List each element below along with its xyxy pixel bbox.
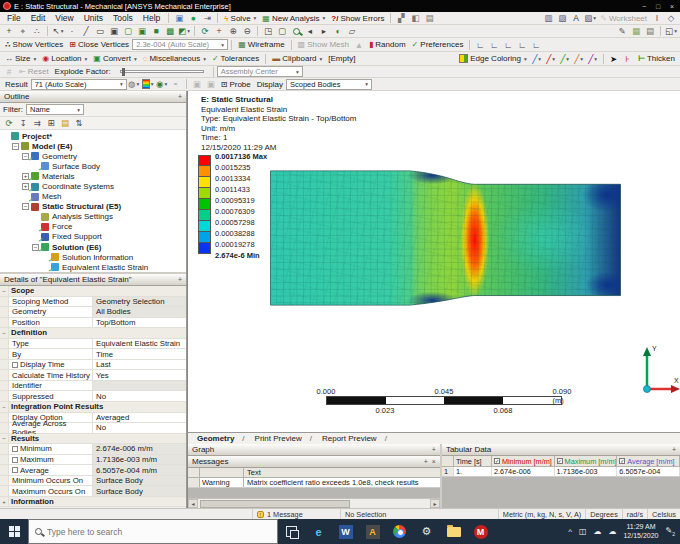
edges-display-icon[interactable]: ◉▾ <box>155 78 168 90</box>
tolerances-button[interactable]: ✓Tolerances <box>209 54 262 63</box>
magnifier-icon[interactable] <box>290 25 303 37</box>
details-value[interactable]: Surface Body <box>93 476 186 486</box>
edge-coloring-button[interactable]: Edge Coloring▾ <box>456 54 529 63</box>
show-errors-button[interactable]: ?/Show Errors <box>328 14 387 23</box>
random-colors-button[interactable]: ▮Random <box>366 40 409 49</box>
max-annotation-icon[interactable]: ▣ <box>190 78 203 90</box>
convert-button[interactable]: ▣Convert▾ <box>90 54 139 63</box>
details-value[interactable]: Time <box>93 349 186 359</box>
tree-item-analysis-settings[interactable]: Analysis Settings <box>0 212 186 222</box>
details-value[interactable]: Averaged <box>93 413 186 423</box>
viewport-layout-icon[interactable]: ◱▾ <box>665 25 678 37</box>
tree-item-force[interactable]: ✓Force <box>0 222 186 232</box>
explode-factor-slider[interactable] <box>120 70 204 73</box>
tablet-icon[interactable]: ◫ <box>579 527 587 536</box>
geometry-display-icon[interactable]: ◍▾ <box>127 78 140 90</box>
tree-item-fixed-support[interactable]: ✓Fixed Support <box>0 232 186 242</box>
m-app-icon[interactable]: M <box>467 519 494 544</box>
mesh-quality-icon[interactable]: ▲ <box>352 39 365 51</box>
pin-icon[interactable]: + <box>672 446 676 453</box>
tab-report-preview[interactable]: Report Preview <box>317 434 392 443</box>
pin-icon[interactable]: + <box>178 93 182 100</box>
details-value[interactable]: 1.7136e-003 m/m <box>93 455 186 465</box>
ansys-icon[interactable]: A <box>359 519 386 544</box>
menu-edit[interactable]: Edit <box>26 13 51 23</box>
menu-help[interactable]: Help <box>138 13 165 23</box>
settings-icon[interactable]: ⚙ <box>413 519 440 544</box>
explode-view-icon[interactable]: # <box>3 66 16 78</box>
messages-scrollbar[interactable]: ◂ ▸ <box>188 498 440 508</box>
annotation-preferences-button[interactable]: ✓Preferences <box>409 40 467 49</box>
select-element-icon[interactable]: ■ <box>150 25 163 37</box>
beam-orientation-5-icon[interactable]: ∟ <box>530 39 543 51</box>
printer-icon[interactable]: ▤ <box>644 25 657 37</box>
select-mesh-body-icon[interactable]: ▩ <box>164 25 177 37</box>
box-zoom-icon[interactable]: ◳ <box>262 25 275 37</box>
select-vertex-icon[interactable]: · <box>66 25 79 37</box>
scroll-right-icon[interactable]: ▸ <box>430 499 440 508</box>
file-explorer-icon[interactable] <box>440 519 467 544</box>
select-node-icon[interactable]: ▢ <box>122 25 135 37</box>
tree-item-project[interactable]: Project* <box>0 131 186 141</box>
details-value[interactable]: Last <box>93 360 186 370</box>
result-scale-dropdown[interactable]: 71 (Auto Scale)▾ <box>31 79 127 90</box>
annotation-pen-icon[interactable]: ✎ <box>616 25 629 37</box>
minimize-button[interactable]: − <box>639 3 649 10</box>
tree-item-materials[interactable]: +✓Materials <box>0 171 186 181</box>
pen-icon[interactable]: ✎2 <box>666 526 675 537</box>
details-value[interactable]: Equivalent Elastic Strain <box>93 339 186 349</box>
details-value[interactable]: No <box>93 423 186 433</box>
tray-expand-icon[interactable]: ^ <box>568 527 572 536</box>
checkbox[interactable]: ✓ <box>494 458 500 464</box>
pin-icon[interactable]: + <box>424 458 428 465</box>
contour-model[interactable] <box>266 168 626 308</box>
explode-reset-button[interactable]: ⇤Reset <box>16 67 52 76</box>
solution-status-icon[interactable]: ● <box>187 12 200 24</box>
expand-shell-icon[interactable]: ⊦ <box>621 53 634 65</box>
section-expander-icon[interactable]: − <box>0 286 9 296</box>
expand-all-icon[interactable]: ⊞ <box>45 117 58 129</box>
scoped-bodies-dropdown[interactable]: Scoped Bodies▾ <box>286 79 372 90</box>
search-input[interactable] <box>47 527 247 537</box>
details-value[interactable]: No <box>93 391 186 401</box>
pin-icon[interactable]: + <box>178 276 182 283</box>
status-units[interactable]: Metric (m, kg, N, s, V, A) <box>499 509 586 519</box>
tree-item-solution-information[interactable]: ✓Solution Information <box>0 252 186 262</box>
checkbox[interactable]: ✓ <box>619 458 625 464</box>
close-vertices-button[interactable]: ⊞Close Vertices <box>66 40 132 49</box>
close-button[interactable]: × <box>667 3 677 10</box>
assembly-center-dropdown[interactable]: Assembly Center▾ <box>217 66 303 77</box>
figure-export-icon[interactable]: ▧▾ <box>584 12 597 24</box>
show-vertices-button[interactable]: ∴Show Vertices <box>2 40 66 49</box>
solve-button[interactable]: ϟSolve▾ <box>221 14 259 23</box>
show-mesh-button[interactable]: ▩Show Mesh <box>295 40 352 49</box>
clipboard-button[interactable]: ▬Clipboard▾ <box>269 54 325 63</box>
coordinate-probe-icon[interactable]: ⌖ <box>17 25 30 37</box>
wireframe-button[interactable]: ▦Wireframe <box>235 40 287 49</box>
image-capture-icon[interactable]: ▨ <box>556 12 569 24</box>
pan-view-icon[interactable]: ＋ <box>213 25 226 37</box>
scroll-left-icon[interactable]: ◂ <box>188 499 198 508</box>
filter-graphics-icon[interactable]: ⇉ <box>31 117 44 129</box>
image-icon[interactable]: ▦ <box>630 25 643 37</box>
section-plane-icon[interactable]: ◧ <box>409 12 422 24</box>
filter-tree-icon[interactable]: ↧ <box>17 117 30 129</box>
taskbar-clock[interactable]: 11:29 AM 12/15/2020 <box>623 523 658 540</box>
new-analysis-button[interactable]: ▦New Analysis▾ <box>259 14 328 23</box>
comment-icon[interactable]: A <box>570 12 583 24</box>
beam-orientation-3-icon[interactable]: ∟ <box>502 39 515 51</box>
details-value[interactable]: 2.674e-006 m/m <box>93 444 186 454</box>
refresh-outline-icon[interactable]: ⟳ <box>3 117 16 129</box>
checkbox[interactable] <box>12 362 18 368</box>
vertex-scale-dropdown[interactable]: 2.3e-004 (Auto Scale)▾ <box>132 39 228 50</box>
beam-orientation-1-icon[interactable]: ∟ <box>474 39 487 51</box>
edge-type-1-icon[interactable]: ╱▾ <box>530 53 543 65</box>
folder-view-icon[interactable]: ▤ <box>59 117 72 129</box>
tabular-column-header[interactable]: ✓Maximum [m/m] <box>555 456 618 466</box>
direction-arrow-icon[interactable]: ➤ <box>607 53 620 65</box>
thicken-button[interactable]: ⊢Thicken <box>635 54 678 63</box>
worksheet-button[interactable]: ✎Worksheet <box>597 14 650 23</box>
tree-expander-icon[interactable]: − <box>22 203 29 210</box>
fit-view-icon[interactable]: ▢ <box>276 25 289 37</box>
tree-expander-icon[interactable]: − <box>12 143 19 150</box>
